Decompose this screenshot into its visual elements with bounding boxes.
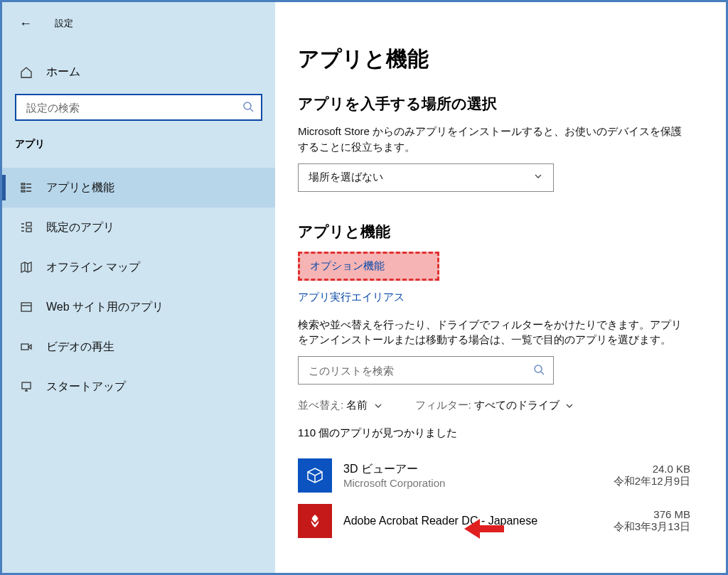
app-name: 3D ビューアー — [343, 462, 587, 477]
search-input[interactable] — [25, 101, 242, 114]
app-size: 24.0 KB — [598, 463, 690, 475]
search-box[interactable] — [15, 94, 262, 121]
nav-item-startup[interactable]: スタートアップ — [2, 367, 275, 407]
nav-label: 既定のアプリ — [46, 220, 114, 235]
settings-window: ← 設定 ホーム アプリ アプリと機能 — [0, 0, 728, 575]
dropdown-value: 場所を選ばない — [309, 171, 383, 184]
source-heading: アプリを入手する場所の選択 — [298, 94, 690, 114]
optional-features-link[interactable]: オプション機能 — [310, 259, 385, 272]
chevron-down-icon — [533, 171, 543, 183]
svg-rect-5 — [26, 222, 31, 226]
home-label: ホーム — [46, 65, 80, 80]
home-icon — [19, 65, 33, 80]
apps-desc: 検索や並べ替えを行ったり、ドライブでフィルターをかけたりできます。アプリをアンイ… — [298, 317, 690, 348]
app-filter-input[interactable] — [307, 364, 533, 377]
main-pane: アプリと機能 アプリを入手する場所の選択 Microsoft Store からの… — [275, 2, 726, 573]
source-dropdown[interactable]: 場所を選ばない — [298, 163, 554, 192]
source-desc: Microsoft Store からのみアプリをインストールすると、お使いのデバ… — [298, 124, 690, 155]
sort-filter-row: 並べ替え: 名前 フィルター: すべてのドライブ — [298, 399, 690, 412]
page-title: アプリと機能 — [298, 45, 690, 74]
svg-rect-9 — [22, 382, 31, 389]
app-filter-search[interactable] — [298, 356, 554, 385]
defaults-icon — [19, 220, 33, 235]
app-tile-icon — [298, 458, 332, 493]
filter-control[interactable]: フィルター: すべてのドライブ — [415, 399, 574, 412]
nav-label: オフライン マップ — [46, 260, 140, 275]
app-alias-link[interactable]: アプリ実行エイリアス — [298, 291, 405, 304]
annotation-highlight: オプション機能 — [298, 252, 439, 281]
chevron-down-icon — [371, 399, 382, 411]
nav-item-video-playback[interactable]: ビデオの再生 — [2, 327, 275, 367]
app-publisher: Microsoft Corporation — [343, 477, 587, 489]
svg-rect-8 — [21, 344, 28, 350]
svg-rect-6 — [26, 228, 31, 232]
nav-item-default-apps[interactable]: 既定のアプリ — [2, 208, 275, 247]
nav-label: ビデオの再生 — [46, 340, 114, 355]
section-label: アプリ — [2, 134, 275, 161]
startup-icon — [19, 380, 33, 394]
nav-list: アプリと機能 既定のアプリ オフライン マップ Web サイト用のアプリ — [2, 161, 275, 407]
app-row[interactable]: 3D ビューアー Microsoft Corporation 24.0 KB 令… — [298, 453, 690, 498]
nav-item-web-apps[interactable]: Web サイト用のアプリ — [2, 287, 275, 327]
nav-label: Web サイト用のアプリ — [46, 300, 164, 315]
map-icon — [19, 260, 33, 274]
svg-rect-7 — [21, 303, 31, 311]
header-title: 設定 — [55, 17, 73, 30]
nav-label: アプリと機能 — [46, 181, 114, 195]
app-size: 376 MB — [598, 508, 690, 520]
nav-label: スタートアップ — [46, 380, 126, 394]
search-icon — [242, 101, 254, 114]
apps-icon — [19, 181, 33, 195]
app-count: 110 個のアプリが見つかりました — [298, 426, 690, 440]
annotation-arrow — [464, 517, 504, 542]
app-date: 令和2年12月9日 — [598, 475, 690, 488]
sort-control[interactable]: 並べ替え: 名前 — [298, 399, 382, 412]
svg-rect-4 — [21, 190, 25, 192]
app-date: 令和3年3月13日 — [598, 520, 690, 534]
web-icon — [19, 300, 33, 314]
video-icon — [19, 340, 33, 354]
chevron-down-icon — [562, 399, 574, 411]
nav-item-apps-features[interactable]: アプリと機能 — [2, 168, 275, 208]
search-icon — [533, 364, 545, 377]
svg-point-10 — [535, 365, 542, 372]
app-tile-icon — [298, 504, 332, 538]
nav-item-offline-maps[interactable]: オフライン マップ — [2, 247, 275, 287]
back-button[interactable]: ← — [19, 16, 32, 31]
svg-point-1 — [244, 102, 251, 109]
home-button[interactable]: ホーム — [2, 53, 275, 91]
sidebar: ← 設定 ホーム アプリ アプリと機能 — [2, 2, 275, 573]
apps-heading: アプリと機能 — [298, 222, 690, 242]
svg-rect-3 — [21, 187, 25, 188]
svg-rect-2 — [21, 183, 25, 185]
